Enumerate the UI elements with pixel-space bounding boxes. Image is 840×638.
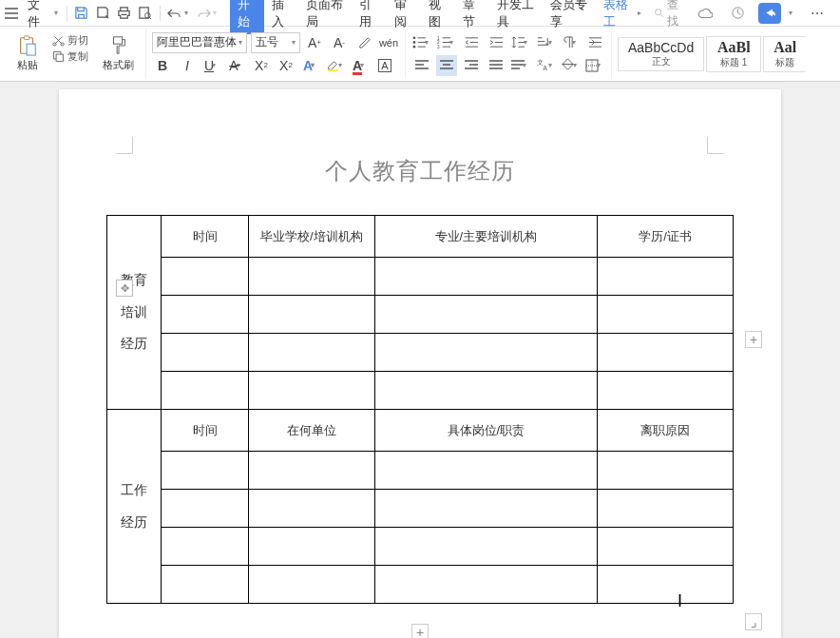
paste-button[interactable]: 粘贴	[11, 33, 44, 74]
cell[interactable]	[374, 334, 598, 372]
cell[interactable]	[162, 334, 249, 372]
s1-header[interactable]: 毕业学校/培训机构	[248, 216, 374, 258]
show-marks-icon[interactable]: ▾	[560, 32, 581, 53]
save-icon[interactable]	[72, 2, 91, 25]
borders-icon[interactable]: ▾	[584, 55, 605, 76]
cell[interactable]	[162, 296, 249, 334]
redo-arrow-icon[interactable]: ▾	[213, 9, 220, 17]
grow-font-icon[interactable]: A+	[304, 32, 325, 53]
font-color-icon[interactable]: A▾	[350, 55, 371, 76]
undo-arrow-icon[interactable]: ▾	[184, 9, 192, 17]
cell[interactable]	[598, 372, 734, 410]
document-title[interactable]: 个人教育工作经历	[87, 156, 753, 186]
print-icon[interactable]	[114, 2, 133, 25]
style-normal[interactable]: AaBbCcDd 正文	[618, 37, 704, 71]
print-preview-icon[interactable]	[136, 2, 155, 25]
share-button[interactable]	[758, 3, 781, 24]
shading-icon[interactable]: ▾	[560, 55, 581, 76]
table-resize-handle[interactable]: ⌟	[745, 613, 762, 630]
bullets-icon[interactable]: ▾	[411, 32, 432, 53]
format-painter-button[interactable]: 格式刷	[97, 33, 140, 74]
s2-header[interactable]: 离职原因	[598, 410, 734, 452]
s1-header[interactable]: 专业/主要培训机构	[374, 216, 598, 258]
s1-header[interactable]: 时间	[162, 216, 249, 258]
cell[interactable]	[248, 258, 374, 296]
cell[interactable]	[248, 566, 374, 604]
align-right-icon[interactable]	[461, 55, 482, 76]
sort-icon[interactable]: ▾	[535, 32, 556, 53]
cell[interactable]	[162, 452, 249, 490]
decrease-indent-icon[interactable]	[461, 32, 482, 53]
cut-button[interactable]: 剪切	[49, 33, 91, 48]
italic-icon[interactable]: I	[177, 55, 198, 76]
cell[interactable]	[248, 490, 374, 528]
underline-icon[interactable]: U▾	[201, 55, 222, 76]
style-heading1[interactable]: AaBl 标题 1	[706, 36, 761, 72]
cell[interactable]	[162, 566, 249, 604]
cell[interactable]	[598, 334, 734, 372]
cell[interactable]	[248, 372, 374, 410]
file-menu-arrow-icon[interactable]: ▾	[54, 9, 62, 17]
cell[interactable]	[374, 528, 598, 566]
cell[interactable]	[598, 490, 734, 528]
more-icon[interactable]: ⋯	[806, 2, 829, 25]
cell[interactable]	[374, 490, 598, 528]
table-move-handle-icon[interactable]: ✥	[116, 280, 133, 297]
history-icon[interactable]	[726, 2, 749, 25]
cell[interactable]	[374, 566, 598, 604]
add-row-button[interactable]: +	[411, 624, 429, 638]
subscript-icon[interactable]: X2	[276, 55, 296, 76]
font-size-select[interactable]: 五号▾	[251, 32, 300, 53]
clear-format-icon[interactable]	[353, 32, 374, 53]
cell[interactable]	[598, 258, 734, 296]
cell[interactable]	[598, 528, 734, 566]
cell[interactable]	[598, 566, 734, 604]
align-center-icon[interactable]	[436, 55, 457, 76]
align-justify-icon[interactable]	[486, 55, 506, 76]
hamburger-icon[interactable]	[4, 4, 20, 23]
section1-vhead[interactable]: 教育 培训 经历	[107, 216, 162, 410]
s2-header[interactable]: 具体岗位/职责	[374, 410, 598, 452]
add-column-button[interactable]: +	[745, 331, 762, 348]
cell[interactable]	[162, 528, 249, 566]
cell[interactable]	[374, 452, 598, 490]
resume-table[interactable]: 教育 培训 经历 时间 毕业学校/培训机构 专业/主要培训机构 学历/证书 工作…	[106, 215, 734, 604]
cloud-icon[interactable]	[694, 2, 716, 25]
cell[interactable]	[248, 528, 374, 566]
redo-icon[interactable]	[194, 2, 213, 25]
increase-indent-icon[interactable]	[486, 32, 506, 53]
align-left-icon[interactable]	[411, 55, 432, 76]
undo-icon[interactable]	[165, 2, 184, 25]
style-heading2[interactable]: Aal 标题	[763, 36, 806, 72]
s2-header[interactable]: 时间	[162, 410, 249, 452]
cell[interactable]	[162, 372, 249, 410]
strikethrough-icon[interactable]: A▾	[226, 55, 247, 76]
phonetic-guide-icon[interactable]: wén	[378, 32, 399, 53]
cell[interactable]	[374, 372, 598, 410]
section2-vhead[interactable]: 工作 经历	[107, 410, 162, 604]
font-name-select[interactable]: 阿里巴巴普惠体▾	[152, 32, 247, 53]
page[interactable]: 个人教育工作经历 ✥ 教育 培训 经历 时间 毕业学校/培训机构 专业/主要培训…	[59, 89, 781, 638]
file-menu[interactable]: 文件	[22, 0, 54, 30]
superscript-icon[interactable]: X2	[251, 55, 272, 76]
character-border-icon[interactable]: A	[374, 55, 395, 76]
s2-header[interactable]: 在何单位	[248, 410, 374, 452]
highlight-icon[interactable]: ▾	[325, 55, 346, 76]
copy-button[interactable]: 复制	[49, 49, 91, 64]
line-spacing-icon[interactable]: ▾	[510, 32, 531, 53]
cell[interactable]	[248, 452, 374, 490]
cell[interactable]	[374, 258, 598, 296]
align-distribute-icon[interactable]: ▾	[510, 55, 531, 76]
text-effects-icon[interactable]: A▾	[300, 55, 321, 76]
text-direction-icon[interactable]: 文A▾	[535, 55, 556, 76]
tabs-icon[interactable]	[584, 32, 605, 53]
cell[interactable]	[598, 296, 734, 334]
document-workspace[interactable]: 个人教育工作经历 ✥ 教育 培训 经历 时间 毕业学校/培训机构 专业/主要培训…	[0, 82, 840, 638]
shrink-font-icon[interactable]: A-	[329, 32, 350, 53]
numbering-icon[interactable]: 123▾	[436, 32, 457, 53]
cell[interactable]	[162, 258, 249, 296]
search-input[interactable]: 查找	[649, 0, 692, 29]
cell[interactable]	[248, 334, 374, 372]
cell[interactable]	[598, 452, 734, 490]
save-as-icon[interactable]	[93, 2, 112, 25]
